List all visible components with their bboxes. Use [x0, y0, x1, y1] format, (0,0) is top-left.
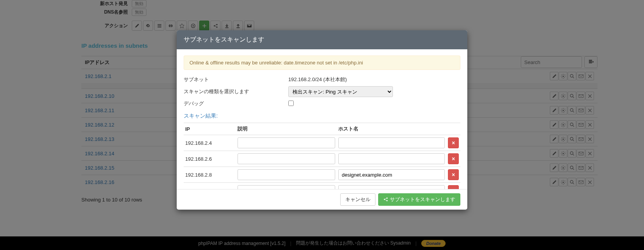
- scan-type-label: スキャンの種類を選択します: [184, 88, 288, 95]
- res-host-input[interactable]: [338, 137, 445, 148]
- res-ip: 192.168.2.8: [184, 167, 236, 183]
- cancel-button[interactable]: キャンセル: [340, 193, 375, 206]
- res-host-input[interactable]: [338, 153, 445, 164]
- res-desc-input[interactable]: [238, 185, 335, 189]
- modal-title: サブネットをスキャンします: [177, 30, 467, 49]
- res-ip: 192.168.2.9: [184, 183, 236, 189]
- col-desc: 説明: [236, 123, 337, 135]
- delete-icon[interactable]: ×: [448, 153, 459, 164]
- delete-icon[interactable]: ×: [448, 137, 459, 148]
- res-ip: 192.168.2.4: [184, 135, 236, 151]
- scan-type-select[interactable]: 検出スキャン: Ping スキャン: [288, 86, 393, 97]
- warning-alert: Online & offline results may be unreliab…: [184, 56, 460, 70]
- res-desc-input[interactable]: [238, 137, 335, 148]
- debug-checkbox[interactable]: [288, 101, 294, 106]
- svg-point-30: [387, 198, 388, 199]
- res-ip: 192.168.2.6: [184, 151, 236, 167]
- results-table: IP 説明 ホスト名 192.168.2.4×192.168.2.6×192.1…: [184, 123, 460, 189]
- debug-label: デバッグ: [184, 100, 288, 107]
- res-host-input[interactable]: [338, 169, 445, 180]
- delete-icon[interactable]: ×: [448, 169, 459, 180]
- delete-icon[interactable]: ×: [448, 185, 459, 189]
- subnet-value: 192.168.2.0/24 (本社本館): [288, 76, 347, 83]
- results-label: スキャン結果:: [184, 113, 460, 120]
- col-ip-res: IP: [184, 123, 236, 135]
- col-host: ホスト名: [337, 123, 446, 135]
- res-desc-input[interactable]: [238, 169, 335, 180]
- scan-button[interactable]: サブネットをスキャンします: [378, 193, 460, 206]
- svg-point-31: [387, 200, 388, 201]
- res-desc-input[interactable]: [238, 153, 335, 164]
- subnet-label: サブネット: [184, 76, 288, 83]
- scan-modal: サブネットをスキャンします Online & offline results m…: [177, 30, 467, 210]
- res-host-input[interactable]: [338, 185, 445, 189]
